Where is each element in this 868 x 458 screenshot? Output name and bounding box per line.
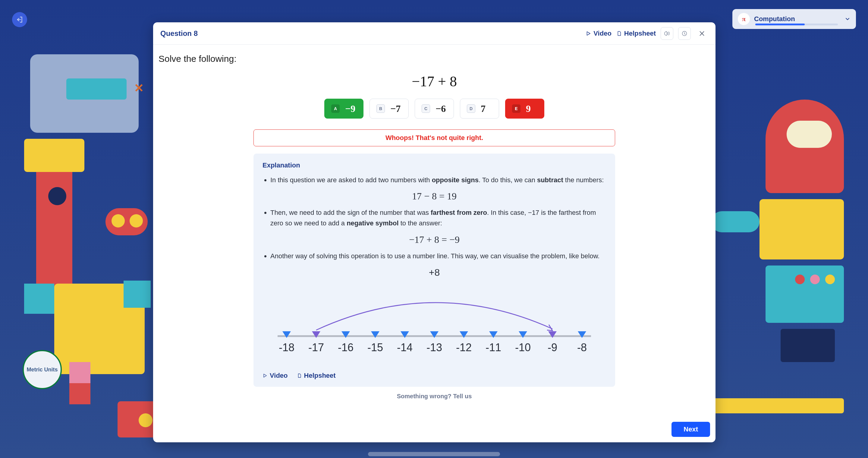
svg-text:-15: -15 — [367, 341, 383, 353]
play-icon — [262, 373, 267, 378]
choice-letter: C — [422, 105, 430, 113]
choice-b[interactable]: B−7 — [370, 99, 409, 119]
close-icon — [699, 30, 705, 37]
metric-units-node[interactable]: Metric Units — [23, 350, 62, 389]
modal-body: Solve the following: −17 + 8 A−9B−7C−6D7… — [153, 45, 715, 442]
topic-progress — [755, 24, 838, 25]
svg-text:-16: -16 — [338, 341, 353, 353]
choice-value: 7 — [481, 103, 486, 114]
question-prompt: Solve the following: — [158, 54, 710, 64]
number-line: +8-18-17-16-15-14-13-12-11-10-9-8 — [262, 267, 606, 369]
close-button[interactable] — [695, 27, 708, 40]
svg-text:-10: -10 — [515, 341, 531, 353]
clock-icon — [681, 30, 688, 37]
modal-header: Question 8 Video Helpsheet — [153, 22, 715, 45]
svg-text:-12: -12 — [456, 341, 472, 353]
choice-e[interactable]: E9 — [505, 99, 544, 119]
helpsheet-link-label: Helpsheet — [624, 30, 656, 37]
choice-a[interactable]: A−9 — [324, 99, 364, 119]
explanation-video-link[interactable]: Video — [262, 372, 288, 379]
document-icon — [297, 373, 302, 378]
choice-letter: E — [512, 105, 521, 113]
svg-text:-9: -9 — [548, 341, 557, 353]
answer-choices: A−9B−7C−6D7E9 — [158, 99, 710, 119]
video-link-label: Video — [593, 30, 612, 37]
topic-pill[interactable]: π Computation — [733, 9, 856, 29]
explanation-step-3: Another way of solving this operation is… — [270, 251, 606, 261]
helpsheet-link[interactable]: Helpsheet — [616, 30, 656, 37]
chevron-down-icon — [844, 16, 850, 22]
svg-text:-18: -18 — [279, 341, 294, 353]
math-eq-2: −17 + 8 = −9 — [262, 234, 606, 245]
choice-d[interactable]: D7 — [460, 99, 499, 119]
svg-text:-14: -14 — [397, 341, 412, 353]
choice-value: 9 — [526, 103, 531, 114]
choice-value: −6 — [435, 103, 446, 114]
svg-text:-17: -17 — [308, 341, 324, 353]
explanation-helpsheet-link[interactable]: Helpsheet — [297, 372, 336, 379]
app-background: π Computation Metric Units Question 8 Vi… — [0, 0, 868, 458]
svg-text:-11: -11 — [486, 341, 501, 353]
choice-value: −9 — [345, 103, 355, 114]
question-modal: Question 8 Video Helpsheet — [153, 22, 715, 442]
svg-text:+8: +8 — [429, 267, 440, 278]
metric-units-label: Metric Units — [27, 367, 58, 373]
play-icon — [586, 31, 591, 36]
document-icon — [616, 30, 622, 36]
read-aloud-icon — [664, 30, 670, 37]
svg-text:-13: -13 — [427, 341, 442, 353]
svg-text:-8: -8 — [577, 341, 587, 353]
explanation-step-2: Then, we need to add the sign of the num… — [270, 207, 606, 228]
report-link[interactable]: Something wrong? Tell us — [158, 393, 710, 400]
choice-letter: D — [467, 105, 475, 113]
math-eq-1: 17 − 8 = 19 — [262, 191, 606, 202]
question-expression: −17 + 8 — [158, 73, 710, 90]
info-button[interactable] — [678, 27, 691, 40]
horizontal-scrollbar[interactable] — [368, 452, 500, 456]
topic-label: Computation — [754, 15, 840, 23]
exit-button[interactable] — [12, 12, 27, 27]
read-aloud-button[interactable] — [661, 27, 673, 40]
choice-letter: B — [376, 105, 385, 113]
explanation-links: Video Helpsheet — [262, 372, 606, 379]
pi-icon: π — [738, 13, 750, 25]
choice-letter: A — [331, 105, 340, 113]
question-number: Question 8 — [160, 29, 581, 38]
feedback-banner: Whoops! That's not quite right. — [253, 130, 615, 146]
choice-value: −7 — [390, 103, 401, 114]
explanation-step-1: In this question we are asked to add two… — [270, 175, 606, 185]
video-link[interactable]: Video — [586, 30, 612, 37]
explanation-panel: Explanation In this question we are aske… — [253, 153, 615, 387]
explanation-title: Explanation — [262, 162, 606, 169]
choice-c[interactable]: C−6 — [415, 99, 454, 119]
exit-icon — [16, 16, 24, 24]
next-button[interactable]: Next — [672, 422, 710, 437]
bg-illustration-right — [705, 36, 850, 446]
